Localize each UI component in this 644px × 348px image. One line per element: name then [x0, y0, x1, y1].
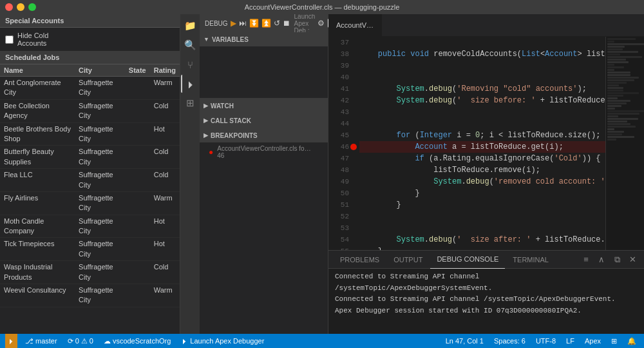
panel-collapse-icon[interactable]: ∧	[595, 253, 608, 266]
status-position[interactable]: Ln 47, Col 1	[443, 334, 486, 348]
console-message: Connected to Streaming API channel /syst…	[335, 294, 638, 305]
breakpoint-file: AccountViewerController.cls fo… 46	[217, 145, 319, 159]
step-into-button[interactable]: ⏬	[249, 17, 259, 30]
line-ending-text: LF	[566, 337, 574, 345]
line-number: 43	[328, 106, 349, 118]
breakpoint-icon: ●	[209, 148, 213, 157]
status-sync[interactable]: ⟳ 0 ⚠ 0	[65, 334, 96, 348]
status-branch[interactable]: ⎇ master	[23, 334, 60, 348]
minimap-line	[607, 69, 614, 71]
table-row[interactable]: Flea LLC Suffragette City Cold	[0, 169, 180, 192]
variables-header[interactable]: ▼ VARIABLES	[200, 32, 328, 46]
col-state: State	[125, 64, 150, 77]
branch-name: master	[35, 337, 57, 345]
minimap-line	[607, 77, 639, 79]
minimap-line	[607, 53, 620, 55]
restart-button[interactable]: ↺	[274, 17, 280, 30]
line-number: 37	[328, 37, 349, 48]
minimap-line	[607, 87, 623, 89]
cell-name: Ant Conglomerate City	[0, 77, 75, 100]
table-row[interactable]: Weevil Consultancy Suffragette City Warm	[0, 284, 180, 307]
position-text: Ln 47, Col 1	[446, 337, 484, 345]
active-editor-tab[interactable]: AccountV…	[328, 14, 382, 36]
layout-icon: ⊞	[611, 337, 617, 345]
code-line	[359, 222, 605, 234]
source-control-icon[interactable]: ⑂	[181, 55, 199, 73]
panel-split-icon[interactable]: ⧉	[611, 253, 623, 266]
minimap-line	[607, 72, 630, 73]
status-layout-icon[interactable]: ⊞	[609, 334, 620, 348]
status-org[interactable]: ☁ vscodeScratchOrg	[101, 334, 173, 348]
line-number: 47	[328, 153, 349, 164]
code-line: }	[359, 199, 605, 211]
minimap-line	[607, 97, 618, 99]
tab-terminal[interactable]: TERMINAL	[506, 251, 555, 269]
table-row[interactable]: Wasp Industrial Products Suffragette Cit…	[0, 261, 180, 284]
status-launch[interactable]: ⏵ Launch Apex Debugger	[178, 334, 267, 348]
search-icon[interactable]: 🔍	[181, 36, 199, 54]
cell-rating: Cold	[150, 146, 180, 169]
watch-header[interactable]: ▶ WATCH	[200, 99, 328, 113]
explorer-icon[interactable]: 📁	[181, 17, 199, 35]
warning-count: 0	[90, 337, 93, 345]
minimap-line	[607, 100, 630, 102]
debug-icon[interactable]: ⏵	[181, 75, 199, 93]
cell-city: Suffragette City	[75, 284, 125, 307]
hide-cold-checkbox[interactable]	[5, 35, 14, 44]
minimize-button[interactable]	[17, 3, 24, 11]
sf-sidebar: Special Accounts Hide ColdAccounts Sched…	[0, 14, 180, 334]
status-encoding[interactable]: UTF-8	[533, 334, 558, 348]
table-row[interactable]: Ant Conglomerate City Suffragette City W…	[0, 77, 180, 100]
cell-rating: Cold	[150, 99, 180, 122]
special-accounts-header: Special Accounts	[0, 14, 180, 28]
panel-content: Connected to Streaming API channel /syst…	[328, 269, 644, 334]
status-notifications[interactable]: 🔔	[625, 334, 639, 348]
line-numbers: 3738394041424344454647484950515253545556…	[328, 37, 354, 250]
settings-button[interactable]: ⚙	[317, 17, 325, 30]
code-line: listToReduce.remove(i);	[359, 164, 605, 176]
status-spaces[interactable]: Spaces: 6	[491, 334, 528, 348]
minimap-line	[607, 56, 642, 58]
panel-actions: ≡ ∧ ⧉ ✕	[580, 253, 639, 266]
breakpoints-header[interactable]: ▶ BREAKPOINTS	[200, 128, 328, 142]
minimap	[605, 37, 644, 250]
cell-city: Suffragette City	[75, 122, 125, 146]
cell-rating: Warm	[150, 77, 180, 100]
table-row[interactable]: Fly Airlines Suffragette City Warm	[0, 191, 180, 215]
tab-output[interactable]: OUTPUT	[387, 251, 429, 269]
tab-problems[interactable]: PROBLEMS	[334, 251, 386, 269]
code-line: System.debug(' size before: ' + listToRe…	[359, 95, 605, 106]
stop-button[interactable]: ⏹	[283, 17, 290, 30]
cell-name: Beetle Brothers Body Shop	[0, 122, 75, 146]
status-line-ending[interactable]: LF	[564, 334, 577, 348]
step-out-button[interactable]: ⏫	[261, 17, 271, 30]
panel-filter-icon[interactable]: ≡	[580, 253, 592, 266]
step-over-button[interactable]: ⏭	[239, 17, 247, 30]
line-number: 38	[328, 48, 349, 60]
table-row[interactable]: Moth Candle Company Suffragette City Hot	[0, 215, 180, 238]
cell-state	[125, 191, 150, 215]
callstack-header[interactable]: ▶ CALL STACK	[200, 113, 328, 128]
table-row[interactable]: Bee Collection Agency Suffragette City C…	[0, 99, 180, 122]
table-row[interactable]: Tick Timepieces Suffragette City Hot	[0, 238, 180, 261]
org-name: vscodeScratchOrg	[113, 337, 171, 345]
extensions-icon[interactable]: ⊞	[181, 94, 199, 112]
maximize-button[interactable]	[28, 3, 36, 11]
line-number: 40	[328, 72, 349, 83]
tab-debug-console[interactable]: DEBUG CONSOLE	[430, 251, 505, 269]
status-language[interactable]: Apex	[582, 334, 603, 348]
panel-close-icon[interactable]: ✕	[626, 253, 639, 266]
continue-button[interactable]: ▶	[231, 17, 236, 30]
line-number: 55	[328, 246, 349, 250]
minimap-line	[607, 115, 618, 117]
cell-name: Tick Timepieces	[0, 238, 75, 261]
cell-rating: Cold	[150, 169, 180, 192]
table-row[interactable]: Beetle Brothers Body Shop Suffragette Ci…	[0, 122, 180, 146]
window-controls	[5, 3, 36, 11]
line-number: 44	[328, 118, 349, 130]
close-button[interactable]	[5, 3, 13, 11]
minimap-line	[607, 59, 626, 61]
table-row[interactable]: Butterfly Beauty Supplies Suffragette Ci…	[0, 146, 180, 169]
cell-city: Suffragette City	[75, 191, 125, 215]
code-editor[interactable]: 3738394041424344454647484950515253545556…	[328, 37, 605, 250]
